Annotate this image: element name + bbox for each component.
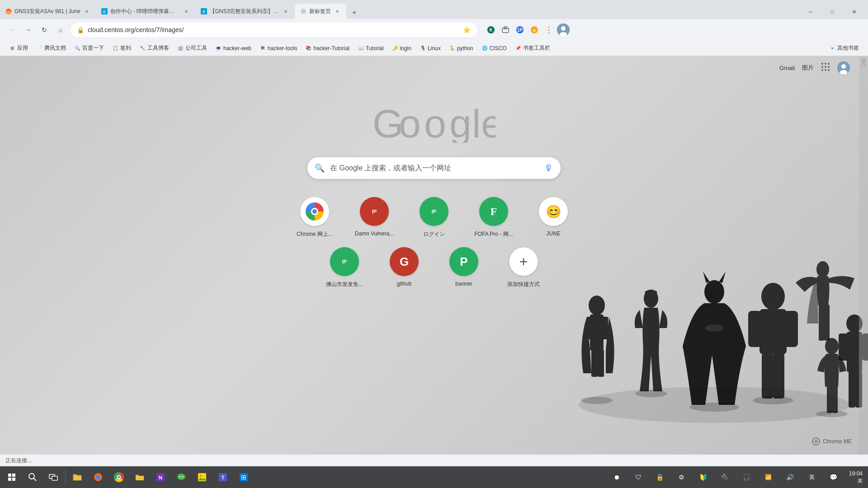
svg-rect-50 — [762, 353, 773, 399]
svg-point-20 — [828, 63, 830, 65]
taskbar-headphones[interactable]: 🎧 — [737, 467, 757, 487]
bookmark-toolbar-icon: 📌 — [515, 45, 521, 52]
close-button[interactable]: ✕ — [844, 5, 864, 19]
python-icon: 🐍 — [449, 45, 455, 52]
taskbar-search[interactable] — [23, 467, 42, 487]
taskbar-antivirus2[interactable]: 🔰 — [693, 467, 713, 487]
bookmark-baidu[interactable]: 🔍 百度一下 — [71, 43, 108, 53]
norton-extension[interactable]: N — [528, 23, 541, 36]
side-panel: DC — [859, 56, 868, 455]
reload-button[interactable]: ↻ — [38, 23, 51, 36]
gmail-link[interactable]: Gmail — [779, 65, 795, 71]
svg-text:K: K — [489, 28, 493, 33]
bookmark-cisco[interactable]: 🌐 CISCO — [478, 44, 510, 53]
svg-text:⊞: ⊞ — [241, 474, 246, 481]
back-button[interactable]: ← — [5, 23, 18, 36]
taskbar-folder[interactable] — [130, 467, 150, 487]
taskbar-onenote[interactable]: N — [151, 467, 170, 487]
bookmark-tutorial[interactable]: 📖 Tutorial — [354, 44, 387, 53]
tab-favicon-bilibili2: B — [201, 8, 207, 14]
taskbar-extension[interactable]: 🔌 — [715, 467, 735, 487]
bookmark-more[interactable]: » 其他书签 — [826, 43, 863, 53]
taskbar-wechat[interactable] — [171, 467, 191, 487]
quicklink-fofa[interactable]: F FOFA Pro - 网... — [468, 197, 519, 238]
taskbar-vpn[interactable]: 🔒 — [650, 467, 670, 487]
taskbar-chrome[interactable] — [109, 467, 129, 487]
bookmark-tencent-docs[interactable]: 📄 腾讯文档 — [33, 43, 70, 53]
quicklink-login[interactable]: IP ログイン — [409, 197, 459, 238]
quicklink-banner[interactable]: P banner — [439, 247, 489, 288]
bookmark-login-label: login — [400, 45, 411, 52]
taskbar-security[interactable]: 🛡 — [628, 467, 648, 487]
tab-bilibili1[interactable]: B 创作中心 - 哔哩哔哩弹幕视频网 ✕ — [96, 4, 195, 19]
taskbar-antivirus1[interactable]: ⚙ — [672, 467, 692, 487]
taskbar-notification[interactable]: 💬 — [824, 467, 844, 487]
tab-newtab[interactable]: 新标签页 ✕ — [295, 4, 346, 19]
quicklink-foshan[interactable]: IP 佛山市发发鱼... — [319, 247, 370, 288]
search-bar[interactable]: 🔍 在 Google 上搜索，或者输入一个网址 🎙 — [307, 157, 561, 179]
bookmark-signin[interactable]: 📋 签到 — [108, 43, 135, 53]
google-apps-icon[interactable] — [821, 62, 830, 73]
quicklink-june[interactable]: 😊 JUNE — [528, 197, 579, 238]
quicklink-chrome[interactable]: Chrome 网上... — [289, 197, 340, 238]
taskbar-firefox[interactable] — [88, 467, 108, 487]
bookmark-hacker-web[interactable]: 💻 hacker-web — [212, 44, 255, 53]
maximize-button[interactable]: □ — [822, 5, 843, 19]
mic-icon[interactable]: 🎙 — [544, 163, 553, 174]
tab-close-bilibili1[interactable]: ✕ — [183, 8, 190, 15]
svg-text:T: T — [222, 475, 224, 480]
taskbar-teams[interactable]: T — [213, 467, 233, 487]
taskbar-moreapps[interactable]: ⊞ — [234, 467, 254, 487]
taskbar-ime[interactable]: 英 — [802, 467, 822, 487]
quicklink-dvwa[interactable]: IP Damn Vulnera... — [349, 197, 400, 238]
svg-rect-53 — [819, 305, 824, 341]
bookmark-star-icon[interactable]: ⭐ — [462, 25, 471, 34]
taskbar-start[interactable] — [2, 467, 22, 487]
tab-bilibili2[interactable]: B 【GNS3完整安装系列⑤】ASAv ✕ — [195, 4, 295, 19]
svg-rect-48 — [748, 311, 762, 347]
bookmark-bookmark-toolbar[interactable]: 📌 书签工具栏 — [511, 43, 554, 53]
bookmark-hacker-tutorial-label: hacker-Tutorial — [313, 45, 349, 52]
forward-button[interactable]: → — [22, 23, 34, 36]
new-tab-button[interactable]: + — [348, 6, 361, 19]
bookmark-company-tools[interactable]: 🏢 公司工具 — [174, 43, 211, 53]
images-link[interactable]: 图片 — [802, 64, 814, 72]
tab-close-newtab[interactable]: ✕ — [334, 8, 341, 15]
bookmark-toolblog[interactable]: 🔧 工具博客 — [136, 43, 173, 53]
bookmark-hacker-tutorial[interactable]: 📚 hacker-Tutorial — [302, 44, 353, 53]
address-input[interactable]: 🔒 cloud.centos.org/centos/7/images/ ⭐ — [71, 23, 477, 37]
svg-point-24 — [821, 69, 823, 71]
taskbar-record[interactable]: ⏺ — [607, 467, 627, 487]
customize-chrome-button[interactable]: Chrome ME — [812, 437, 852, 446]
tab-close-bilibili2[interactable]: ✕ — [282, 8, 289, 15]
profile-avatar[interactable] — [557, 23, 570, 36]
bookmark-linux[interactable]: 🐧 Linux — [416, 44, 444, 53]
svg-text:o: o — [424, 101, 445, 143]
bookmark-login[interactable]: 🔑 login — [388, 44, 415, 53]
svg-point-65 — [635, 390, 667, 397]
taskbar-volume[interactable]: 🔊 — [780, 467, 800, 487]
quicklink-june-label: JUNE — [546, 230, 560, 237]
home-button[interactable]: ⌂ — [54, 23, 67, 36]
minimize-button[interactable]: ─ — [800, 5, 821, 19]
taskbar-taskview[interactable] — [43, 467, 63, 487]
cisco-icon: 🌐 — [481, 45, 488, 52]
bookmark-hacker-tools[interactable]: 🛠 hacker-tools — [256, 44, 301, 53]
quicklink-add[interactable]: + 添加快捷方式 — [498, 247, 549, 288]
taskbar-explorer[interactable] — [67, 467, 87, 487]
tab-gns3[interactable]: G GNS3安装ASAv 981 | June ✕ — [0, 4, 96, 19]
svg-rect-47 — [760, 309, 787, 354]
tab-close-gns3[interactable]: ✕ — [83, 8, 90, 15]
more-extensions-button[interactable]: ⋮ — [542, 23, 555, 36]
taskbar-photo[interactable] — [192, 467, 212, 487]
extensions-button[interactable] — [499, 23, 512, 36]
taskbar-network[interactable]: 📶 — [759, 467, 778, 487]
svg-point-16 — [561, 26, 566, 31]
bookmark-apps[interactable]: ⊞ 应用 — [5, 43, 32, 53]
1password-extension[interactable]: 1P — [514, 23, 526, 36]
bookmark-hacker-tools-label: hacker-tools — [268, 45, 297, 52]
kaspersky-extension[interactable]: K — [485, 23, 497, 36]
google-profile-avatar[interactable] — [837, 61, 850, 74]
quicklink-github[interactable]: G github — [379, 247, 429, 288]
bookmark-python[interactable]: 🐍 python — [445, 44, 477, 53]
